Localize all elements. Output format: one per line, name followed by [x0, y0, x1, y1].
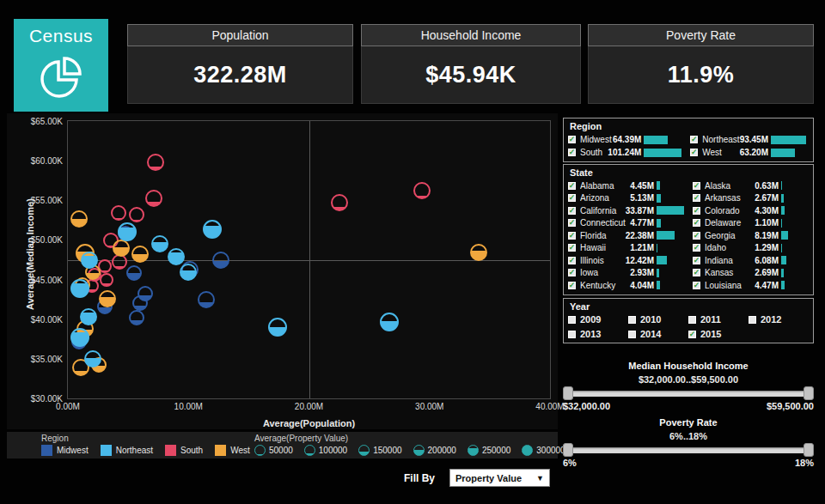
property-value-legend: 50000100000150000200000250000300000 [254, 445, 577, 456]
data-point-northeast[interactable] [80, 308, 97, 325]
checkbox-georgia[interactable]: ✓ [693, 232, 700, 240]
checkbox-year-2011[interactable] [688, 316, 696, 324]
x-axis-title: Average(Population) [67, 418, 551, 428]
fill-by-dropdown[interactable]: Property Value ▼ [449, 469, 550, 487]
checkbox-iowa[interactable]: ✓ [568, 269, 576, 276]
x-axis-tick-label: 0.00M [56, 402, 80, 411]
y-axis-tick-label: $55.00K [18, 196, 63, 205]
data-point-midwest[interactable] [212, 252, 229, 269]
data-point-northeast[interactable] [168, 248, 185, 265]
filter-row-northeast: ✓Northeast93.45M [690, 133, 809, 146]
data-point-south[interactable] [413, 182, 431, 199]
filter-label: Florida [580, 231, 626, 240]
checkbox-alabama[interactable]: ✓ [568, 182, 576, 190]
checkbox-year-2014[interactable] [628, 331, 636, 338]
data-point-south[interactable] [145, 190, 162, 207]
data-point-south[interactable] [331, 194, 348, 211]
data-point-northeast[interactable] [70, 279, 89, 298]
checkbox-arizona[interactable]: ✓ [568, 194, 576, 202]
checkbox-year-2010[interactable] [628, 316, 636, 324]
scatter-plot-area[interactable]: $65.00K$60.00K$55.00K$50.00K$45.00K$40.0… [67, 120, 551, 399]
data-point-northeast[interactable] [151, 235, 168, 252]
data-point-midwest[interactable] [132, 295, 148, 311]
value-bar [771, 136, 806, 144]
data-point-northeast[interactable] [118, 222, 137, 241]
data-point-northeast[interactable] [70, 328, 89, 347]
checkbox-kansas[interactable]: ✓ [693, 269, 700, 276]
checkbox-arkansas[interactable]: ✓ [693, 194, 700, 202]
data-point-northeast[interactable] [380, 313, 399, 331]
region-legend-item-midwest[interactable]: Midwest [41, 445, 89, 456]
checkbox-year-2012[interactable] [749, 316, 756, 324]
checkbox-connecticut[interactable]: ✓ [568, 219, 576, 227]
checkbox-hawaii[interactable]: ✓ [568, 244, 576, 252]
region-legend-item-south[interactable]: South [165, 445, 203, 456]
data-point-northeast[interactable] [203, 220, 222, 239]
checkbox-midwest[interactable]: ✓ [568, 136, 576, 143]
data-point-northeast[interactable] [180, 264, 197, 281]
slider-track[interactable] [565, 447, 812, 453]
data-point-west[interactable] [131, 246, 149, 263]
year-row-2015: ✓2015 [688, 328, 749, 340]
checkbox-northeast[interactable]: ✓ [690, 136, 698, 143]
data-point-northeast[interactable] [84, 350, 101, 367]
y-axis-tick-label: $50.00K [18, 235, 63, 245]
value-bar [657, 256, 667, 264]
filter-label: Midwest [580, 135, 613, 144]
checkbox-year-2013[interactable] [568, 331, 576, 338]
data-point-midwest[interactable] [198, 291, 215, 308]
data-point-west[interactable] [99, 290, 116, 307]
region-legend-item-northeast[interactable]: Northeast [101, 445, 153, 456]
slider-track[interactable] [565, 391, 812, 397]
checkbox-year-2009[interactable] [568, 316, 576, 324]
checkbox-delaware[interactable]: ✓ [693, 219, 700, 227]
filter-value: 5.13M [630, 193, 654, 203]
data-point-south[interactable] [129, 207, 144, 222]
data-point-northeast[interactable] [268, 318, 287, 337]
checkbox-california[interactable]: ✓ [568, 207, 576, 215]
filter-bar-zone [771, 136, 809, 144]
data-point-south[interactable] [111, 205, 126, 221]
data-point-midwest[interactable] [126, 265, 142, 281]
data-point-west[interactable] [113, 240, 130, 257]
slider-handle-max[interactable] [804, 386, 814, 400]
filter-row-hawaii: ✓Hawaii1.21M [568, 242, 684, 255]
data-point-south[interactable] [100, 273, 113, 287]
checkbox-year-2015[interactable]: ✓ [688, 331, 696, 338]
slider-handle-min[interactable] [563, 443, 573, 457]
filter-bar-zone [657, 244, 684, 252]
checkbox-louisiana[interactable]: ✓ [693, 282, 700, 289]
data-point-northeast[interactable] [81, 252, 98, 269]
fill-by-label: Fill By [404, 472, 435, 484]
checkbox-idaho[interactable]: ✓ [693, 244, 700, 252]
filter-value: 33.87M [626, 206, 654, 216]
value-bar [644, 149, 681, 157]
checkbox-indiana[interactable]: ✓ [693, 257, 700, 264]
checkbox-alaska[interactable]: ✓ [693, 182, 700, 190]
data-point-south[interactable] [112, 254, 127, 270]
data-point-west[interactable] [470, 244, 487, 261]
checkbox-south[interactable]: ✓ [568, 149, 576, 156]
year-label: 2014 [640, 329, 661, 339]
filter-value: 2.67M [755, 193, 779, 203]
slider-handle-min[interactable] [563, 386, 573, 400]
data-point-midwest[interactable] [129, 310, 144, 325]
filter-row-illinois: ✓Illinois12.42M [568, 254, 684, 267]
fill-level-circle [358, 445, 370, 456]
kpi-title: Household Income [361, 24, 581, 46]
filter-bar-zone [781, 206, 809, 215]
year-label: 2015 [700, 329, 721, 339]
filter-bar-zone [657, 194, 684, 203]
checkbox-colorado[interactable]: ✓ [693, 207, 700, 215]
slider-handle-max[interactable] [804, 443, 814, 457]
data-point-west[interactable] [70, 210, 88, 228]
filter-bar-zone [781, 281, 809, 289]
checkbox-west[interactable]: ✓ [690, 149, 698, 156]
data-point-south[interactable] [147, 154, 164, 171]
kpi-title: Poverty Rate [588, 24, 814, 46]
checkbox-kentucky[interactable]: ✓ [568, 282, 576, 289]
checkbox-florida[interactable]: ✓ [568, 232, 576, 240]
checkbox-illinois[interactable]: ✓ [568, 257, 576, 264]
filter-value: 12.42M [626, 256, 654, 265]
region-legend-item-west[interactable]: West [215, 445, 250, 456]
